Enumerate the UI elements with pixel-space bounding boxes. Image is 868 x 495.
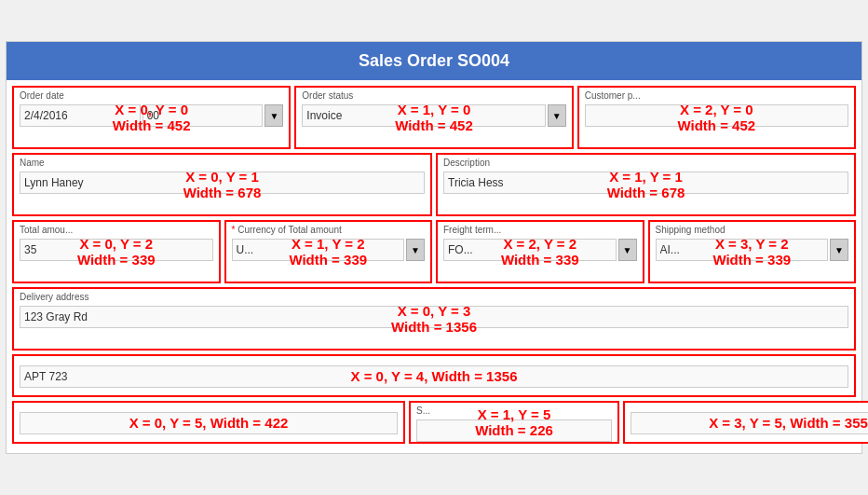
input-1-0[interactable] <box>302 104 545 127</box>
dropdown-2-2[interactable]: ▼ <box>618 239 637 261</box>
grid-row-4: X = 0, Y = 4, Width = 1356 <box>12 354 856 397</box>
input-row-0-3 <box>20 306 848 328</box>
cell-2-0: Customer p... X = 2, Y = 0 Width = 452 <box>577 86 856 149</box>
dropdown-3-2[interactable]: ▼ <box>830 239 848 261</box>
input-1-1[interactable] <box>443 172 848 194</box>
input-3-5[interactable] <box>631 412 868 434</box>
input-row-3-5 <box>631 412 868 434</box>
cell-0-1: Name X = 0, Y = 1 Width = 678 <box>12 153 432 216</box>
input-row-1-0: ▼ <box>302 104 565 127</box>
input-row-0-1 <box>20 172 425 194</box>
input-time-0-0[interactable] <box>142 104 264 127</box>
input-0-2[interactable] <box>20 239 213 261</box>
cell-2-2: Freight term... ▼ X = 2, Y = 2 Width = 3… <box>436 220 644 283</box>
input-row-0-4 <box>20 365 848 388</box>
label-1-5: S... <box>416 406 430 416</box>
input-0-0[interactable] <box>20 104 141 127</box>
cell-0-4: X = 0, Y = 4, Width = 1356 <box>12 354 856 397</box>
cell-1-0: Order status ▼ X = 1, Y = 0 Width = 452 <box>294 86 573 149</box>
grid-row-0: Order date ▼ X = 0, Y = 0 Width = 452 Or… <box>12 86 856 149</box>
input-0-3[interactable] <box>20 306 848 328</box>
cell-0-2: Total amou... X = 0, Y = 2 Width = 339 <box>12 220 221 283</box>
input-row-2-0 <box>585 104 848 127</box>
cell-1-5: S... X = 1, Y = 5 Width = 226 <box>409 401 619 444</box>
cell-1-1: Description X = 1, Y = 1 Width = 678 <box>436 153 856 216</box>
input-row-3-2: ▼ <box>656 239 849 261</box>
label-1-2: * Currency of Total amount <box>232 225 342 235</box>
input-0-4[interactable] <box>20 365 848 388</box>
cell-3-2: Shipping method ▼ X = 3, Y = 2 Width = 3… <box>648 220 857 283</box>
grid-row-2: Total amou... X = 0, Y = 2 Width = 339 *… <box>12 220 856 283</box>
main-container: Sales Order SO004 Order date ▼ X = 0, Y … <box>6 41 862 454</box>
cell-3-5: X = 3, Y = 5, Width = 355 <box>623 401 868 444</box>
page-title: Sales Order SO004 <box>7 42 861 80</box>
label-2-2: Freight term... <box>443 225 501 235</box>
input-0-1[interactable] <box>20 172 425 194</box>
grid-row-5: X = 0, Y = 5, Width = 422 S... X = 1, Y … <box>12 401 856 444</box>
label-3-2: Shipping method <box>656 225 726 235</box>
input-row-0-5 <box>20 412 398 434</box>
input-row-1-5 <box>416 419 612 442</box>
cell-0-5: X = 0, Y = 5, Width = 422 <box>12 401 405 444</box>
input-1-2[interactable] <box>232 239 405 261</box>
form-body: Order date ▼ X = 0, Y = 0 Width = 452 Or… <box>7 80 861 453</box>
dropdown-1-0[interactable]: ▼ <box>548 104 566 127</box>
input-row-0-0: ▼ <box>20 104 283 127</box>
input-2-2[interactable] <box>443 239 617 261</box>
label-0-2: Total amou... <box>20 225 73 235</box>
cell-0-3: Delivery address X = 0, Y = 3 Width = 13… <box>12 287 856 351</box>
input-row-1-1 <box>443 172 848 194</box>
input-row-0-2 <box>20 239 213 261</box>
input-0-5[interactable] <box>20 412 398 434</box>
label-1-0: Order status <box>302 90 353 101</box>
dropdown-0-0[interactable]: ▼ <box>264 104 283 127</box>
cell-0-0: Order date ▼ X = 0, Y = 0 Width = 452 <box>12 86 291 149</box>
grid-row-3: Delivery address X = 0, Y = 3 Width = 13… <box>12 287 856 351</box>
label-0-1: Name <box>20 158 45 168</box>
dropdown-1-2[interactable]: ▼ <box>406 239 425 261</box>
cell-1-2: * Currency of Total amount ▼ X = 1, Y = … <box>224 220 433 283</box>
label-0-3: Delivery address <box>20 292 88 302</box>
label-1-1: Description <box>443 158 490 168</box>
label-2-0: Customer p... <box>585 90 641 101</box>
input-row-2-2: ▼ <box>443 239 637 261</box>
input-1-5[interactable] <box>416 419 612 442</box>
label-0-0: Order date <box>20 90 64 101</box>
input-3-2[interactable] <box>656 239 829 261</box>
input-2-0[interactable] <box>585 104 848 127</box>
input-row-1-2: ▼ <box>232 239 426 261</box>
grid-row-1: Name X = 0, Y = 1 Width = 678 Descriptio… <box>12 153 856 216</box>
